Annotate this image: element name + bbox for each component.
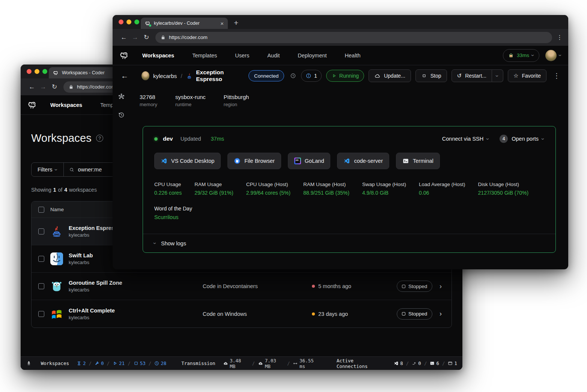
url-bar[interactable]: https://coder.com xyxy=(155,32,552,43)
workspace-owner: kylecarbs xyxy=(69,287,122,293)
vscode-connections: 8 xyxy=(394,360,403,366)
stop-button[interactable]: Stop xyxy=(415,69,447,82)
back-arrow-icon[interactable]: ← xyxy=(121,72,128,80)
coder-logo-icon[interactable] xyxy=(119,51,129,60)
breadcrumb-owner[interactable]: kylecarbs xyxy=(153,73,177,79)
ssh-arrow-icon xyxy=(412,361,417,366)
browser-tab[interactable]: kylecarbs/dev - Coder × xyxy=(141,18,228,29)
workspace-name[interactable]: Swift Lab xyxy=(69,252,93,258)
reload-icon[interactable]: ↻ xyxy=(141,33,152,41)
workspace-menu-icon[interactable]: ⋮ xyxy=(553,72,560,80)
agent-status-dot xyxy=(154,137,158,141)
avatar[interactable] xyxy=(545,50,557,61)
help-icon[interactable]: ? xyxy=(96,135,103,142)
restart-options-button[interactable]: › xyxy=(492,69,503,82)
nav-item-health[interactable]: Health xyxy=(345,53,361,59)
workspace-name[interactable]: Ctrl+Alt Complete xyxy=(69,308,115,314)
close-window-button[interactable] xyxy=(119,20,123,24)
back-nav-icon[interactable]: ← xyxy=(26,83,38,91)
browser-toolbar: ← → ↻ https://coder.com ⋮ xyxy=(113,29,568,46)
table-row[interactable]: Ctrl+Alt Complete kylecarbs Code on Wind… xyxy=(32,300,452,327)
running-status-badge[interactable]: Running xyxy=(326,70,364,82)
terminal-button[interactable]: Terminal xyxy=(396,153,440,169)
zoom-window-button[interactable] xyxy=(134,20,139,24)
select-all-checkbox[interactable] xyxy=(38,207,44,213)
nav-item-workspaces[interactable]: Workspaces xyxy=(142,53,174,59)
file-browser-button[interactable]: File Browser xyxy=(227,153,281,169)
stop-icon xyxy=(402,285,405,288)
nav-item-deployment[interactable]: Deployment xyxy=(298,53,327,59)
new-tab-button[interactable]: + xyxy=(234,18,238,27)
chevron-right-icon[interactable]: › xyxy=(439,310,445,318)
info-icon xyxy=(306,73,312,79)
url-text: https://coder.com xyxy=(169,35,208,40)
cloud-icon xyxy=(374,73,381,79)
chevron-right-icon[interactable]: › xyxy=(439,282,445,290)
row-checkbox[interactable] xyxy=(38,256,44,262)
resources-icon[interactable] xyxy=(118,93,125,100)
java-icon xyxy=(50,225,63,238)
workspace-name[interactable]: Goroutine Spill Zone xyxy=(69,280,122,286)
latency-arrows-icon xyxy=(293,361,298,366)
notification-dot xyxy=(149,24,151,27)
terminal-icon xyxy=(430,361,435,366)
nav-item-templates[interactable]: Templates xyxy=(192,53,217,59)
nav-item-workspaces[interactable]: Workspaces xyxy=(50,102,82,108)
show-logs-toggle[interactable]: › Show logs xyxy=(143,234,555,252)
lock-icon xyxy=(161,35,166,40)
traffic-lights[interactable] xyxy=(27,69,47,74)
user-menu[interactable]: › xyxy=(545,50,561,61)
minimize-window-button[interactable] xyxy=(35,69,39,74)
tab-close-icon[interactable]: × xyxy=(220,20,224,27)
chevron-down-icon: › xyxy=(152,242,158,244)
update-button[interactable]: Update... xyxy=(369,69,411,82)
browser-menu-icon[interactable]: ⋮ xyxy=(557,34,563,41)
build-info-badge[interactable]: 1 xyxy=(301,70,322,82)
vscode-desktop-button[interactable]: VS Code Desktop xyxy=(154,153,221,169)
schedule-clock-icon[interactable] xyxy=(290,72,296,79)
row-checkbox[interactable] xyxy=(38,228,44,234)
coder-nav: Workspaces Templates Users Audit Deploym… xyxy=(113,46,568,65)
finder-icon xyxy=(50,252,63,265)
open-ports-button[interactable]: Open ports xyxy=(512,136,539,142)
favorite-button[interactable]: ☆ Favorite xyxy=(508,69,546,82)
minimize-window-button[interactable] xyxy=(126,20,131,24)
breadcrumb-separator: / xyxy=(181,73,182,79)
stat-region: Pittsburgh region xyxy=(224,94,249,107)
goland-button[interactable]: GO GoLand xyxy=(288,153,331,169)
row-checkbox[interactable] xyxy=(38,311,44,317)
metrics-row: CPU Usage0.226 cores RAM Usage29/32 GiB … xyxy=(143,169,555,196)
ssh-connections: 0 xyxy=(412,360,421,366)
window-connections: 1 xyxy=(448,360,457,366)
forward-nav-icon[interactable]: → xyxy=(129,34,141,41)
restart-button[interactable]: ↺ Restart... xyxy=(452,69,492,82)
forward-nav-icon[interactable]: → xyxy=(38,83,49,91)
table-row[interactable]: Goroutine Spill Zone kylecarbs Code in D… xyxy=(32,273,452,300)
nav-item-users[interactable]: Users xyxy=(235,53,249,59)
back-nav-icon[interactable]: ← xyxy=(118,34,129,41)
coder-logo-icon[interactable] xyxy=(27,100,37,110)
connected-badge[interactable]: Connected xyxy=(248,70,284,81)
updated-label: Updated xyxy=(181,136,201,142)
metric-swap-host: Swap Usage (Host)4.9/8.0 GiB xyxy=(362,182,406,196)
zoom-window-button[interactable] xyxy=(42,69,47,74)
traffic-lights[interactable] xyxy=(119,20,139,24)
clock-icon xyxy=(154,361,159,366)
owner-avatar xyxy=(141,71,149,80)
reload-icon[interactable]: ↻ xyxy=(49,83,60,91)
scheduled-count: 28 xyxy=(154,360,166,366)
open-ports-count: 4 xyxy=(500,135,508,143)
close-window-button[interactable] xyxy=(27,69,32,74)
chevron-down-icon: › xyxy=(494,75,501,77)
upload-stat: 7.03 MB xyxy=(258,358,284,369)
latency-badge[interactable]: 33ms › xyxy=(503,49,539,62)
code-server-button[interactable]: code-server xyxy=(337,153,389,169)
history-icon[interactable] xyxy=(118,111,125,119)
latency-stat: 36.55 ms xyxy=(293,358,321,369)
agent-card: dev Updated 37ms Connect via SSH › 4 Ope… xyxy=(143,126,556,253)
row-checkbox[interactable] xyxy=(38,283,44,289)
filters-dropdown[interactable]: Filters › xyxy=(32,163,64,176)
nav-item-audit[interactable]: Audit xyxy=(267,53,280,59)
name-column-header: Name xyxy=(50,207,64,212)
connect-ssh-button[interactable]: Connect via SSH xyxy=(442,136,483,142)
